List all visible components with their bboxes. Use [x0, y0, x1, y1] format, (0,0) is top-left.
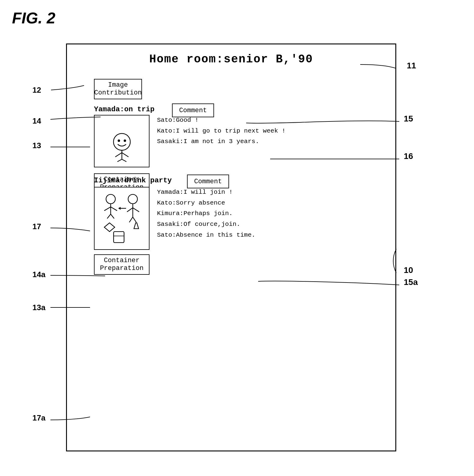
- svg-line-11: [104, 207, 110, 211]
- ref-11-text: 11: [407, 61, 416, 70]
- drink-party-icon: [98, 191, 145, 246]
- comment-label-2: Comment: [194, 178, 222, 185]
- container-preparation-button-2[interactable]: Container Preparation: [94, 254, 149, 275]
- svg-line-20: [127, 208, 133, 212]
- svg-line-12: [111, 207, 117, 211]
- comment-line-2-4: Sasaki:Of cource,join.: [157, 219, 255, 230]
- comment-line-2-3: Kimura:Perhaps join.: [157, 208, 255, 219]
- face-image-1: [94, 115, 149, 167]
- svg-point-9: [106, 194, 115, 204]
- figure-label: FIG. 2: [12, 9, 55, 27]
- comment-line-1-3: Sasaki:I am not in 3 years.: [157, 136, 285, 147]
- svg-line-3: [117, 159, 122, 162]
- container-prep-label-2: Container Preparation: [100, 257, 143, 273]
- ref-16-text: 16: [404, 151, 413, 161]
- ref-15-text: 15: [404, 114, 413, 123]
- svg-marker-25: [118, 207, 121, 210]
- page-title: Home room:senior B,'90: [67, 44, 395, 71]
- iijima-status-label: Iijima:drink party: [94, 176, 172, 184]
- svg-line-4: [122, 159, 126, 162]
- svg-point-18: [128, 194, 137, 204]
- face-icon: [104, 120, 140, 162]
- ref-13: 13: [32, 141, 41, 150]
- image-contribution-label: Image Contribution: [94, 81, 142, 97]
- svg-line-2: [122, 153, 128, 157]
- yamada-status-label: Yamada:on trip: [94, 105, 155, 113]
- comment-line-2-5: Sato:Absence in this time.: [157, 230, 255, 241]
- drink-party-image: [94, 187, 149, 250]
- svg-line-14: [111, 214, 114, 218]
- svg-marker-15: [104, 223, 115, 232]
- image-contribution-button[interactable]: Image Contribution: [94, 79, 142, 99]
- svg-line-1: [115, 153, 122, 157]
- ref-15a-text: 15a: [404, 277, 418, 287]
- comments-area-2: Yamada:I will join ! Kato:Sorry absence …: [157, 187, 255, 240]
- ref-14a: 14a: [32, 270, 45, 279]
- ref-13a: 13a: [32, 303, 45, 312]
- ref-17: 17: [32, 222, 41, 231]
- comment-line-2-2: Kato:Sorry absence: [157, 198, 255, 208]
- comments-area-1: Sato:Good ! Kato:I will go to trip next …: [157, 115, 285, 147]
- svg-point-6: [118, 139, 120, 142]
- svg-line-23: [133, 217, 136, 222]
- main-container: Home room:senior B,'90 Image Contributio…: [66, 43, 396, 451]
- svg-rect-16: [113, 232, 124, 243]
- comment-button-2[interactable]: Comment: [187, 175, 229, 188]
- svg-point-7: [124, 139, 126, 142]
- ref-17a: 17a: [32, 413, 45, 423]
- ref-12: 12: [32, 85, 41, 95]
- svg-line-22: [129, 217, 133, 222]
- comment-line-1-2: Kato:I will go to trip next week !: [157, 126, 285, 136]
- ref-10-text: 10: [404, 265, 413, 275]
- ref-14: 14: [32, 116, 41, 126]
- comment-line-1-1: Sato:Good !: [157, 115, 285, 126]
- comment-label-1: Comment: [179, 107, 207, 114]
- svg-point-5: [113, 133, 130, 150]
- svg-line-21: [133, 208, 139, 212]
- comment-line-2-1: Yamada:I will join !: [157, 187, 255, 198]
- svg-line-13: [107, 214, 111, 218]
